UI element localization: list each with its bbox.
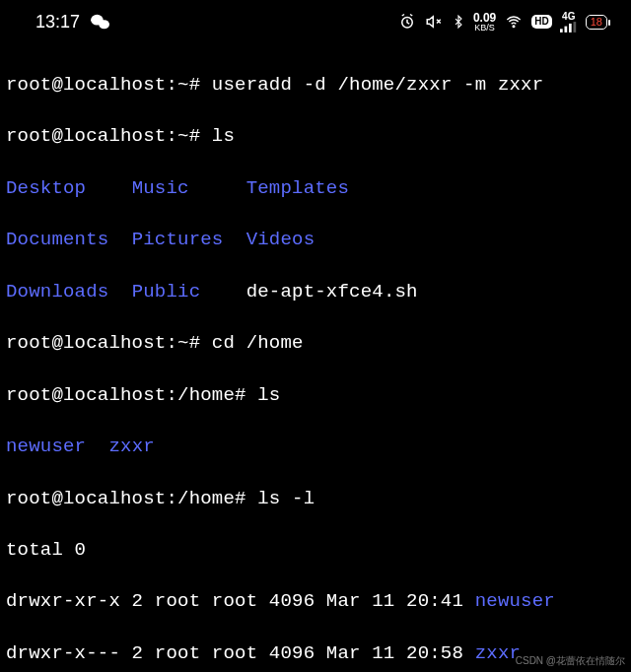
net-speed-unit: KB/S — [474, 24, 495, 33]
dir-name: Documents — [6, 229, 132, 250]
terminal-line: Desktop Music Templates — [6, 175, 625, 201]
wechat-icon — [90, 13, 111, 31]
svg-point-1 — [99, 21, 109, 30]
svg-rect-6 — [569, 24, 572, 33]
svg-point-3 — [513, 26, 515, 28]
watermark: CSDN @花蕾依在情随尔 — [516, 654, 625, 668]
alarm-icon — [398, 13, 416, 31]
svg-rect-4 — [560, 29, 563, 33]
status-left: 13:17 — [35, 10, 111, 34]
terminal-line: root@localhost:/home# ls — [6, 382, 625, 408]
status-time: 13:17 — [35, 10, 80, 34]
terminal-line: root@localhost:~# useradd -d /home/zxxr … — [6, 72, 625, 98]
svg-rect-5 — [564, 27, 567, 33]
dir-name: zxxr — [475, 642, 521, 664]
terminal-line: root@localhost:~# cd /home — [6, 330, 625, 356]
status-bar: 13:17 0.09 KB/S HD 4G 18 — [0, 0, 631, 42]
status-right: 0.09 KB/S HD 4G 18 — [398, 12, 607, 33]
wifi-icon — [504, 14, 524, 30]
dir-name: Public — [132, 281, 246, 302]
dir-name: Music — [132, 177, 246, 199]
dir-name: Templates — [246, 177, 349, 199]
dir-name: Desktop — [6, 177, 132, 199]
cell-signal: 4G — [560, 12, 578, 33]
dir-name: Videos — [246, 229, 316, 250]
dir-name: Pictures — [132, 229, 246, 250]
hd-badge: HD — [531, 15, 551, 29]
terminal-line: total 0 — [6, 537, 625, 563]
dir-name: newuser — [6, 436, 108, 457]
dir-name: Downloads — [6, 281, 132, 302]
cell-label: 4G — [562, 12, 575, 22]
file-name: de-apt-xfce4.sh — [246, 281, 418, 302]
terminal-line: root@localhost:~# ls — [6, 123, 625, 149]
battery-indicator: 18 — [586, 15, 607, 30]
terminal-line: Downloads Public de-apt-xfce4.sh — [6, 279, 625, 304]
dir-name: zxxr — [108, 436, 154, 457]
terminal-line: drwxr-xr-x 2 root root 4096 Mar 11 20:41… — [6, 588, 625, 614]
dir-name: newuser — [475, 590, 555, 612]
mute-icon — [424, 13, 444, 31]
svg-rect-7 — [573, 22, 576, 33]
terminal-output[interactable]: root@localhost:~# useradd -d /home/zxxr … — [0, 42, 631, 672]
terminal-line: newuser zxxr — [6, 434, 625, 459]
terminal-line: Documents Pictures Videos — [6, 227, 625, 252]
bluetooth-icon — [452, 13, 465, 31]
net-speed: 0.09 KB/S — [473, 12, 496, 33]
terminal-line: root@localhost:/home# ls -l — [6, 486, 625, 511]
